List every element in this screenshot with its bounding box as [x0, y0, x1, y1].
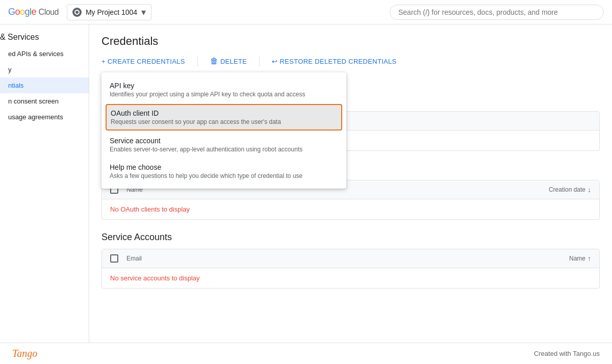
sidebar-item-usage[interactable]: usage agreements	[0, 109, 89, 125]
delete-label: DELETE	[220, 58, 247, 65]
main-layout: & Services ed APIs & services y ntials n…	[0, 24, 612, 343]
oauth-date-header[interactable]: Creation date ↓	[549, 186, 591, 194]
header: Google Cloud My Project 1004 ▾	[0, 0, 612, 24]
delete-icon: 🗑	[210, 57, 218, 66]
sidebar-item-enabled-apis[interactable]: ed APIs & services	[0, 46, 89, 62]
page-title: Credentials	[101, 35, 600, 48]
oauth-date-label: Creation date	[549, 186, 585, 193]
api-key-desc: Identifies your project using a simple A…	[110, 91, 338, 98]
help-choose-title: Help me choose	[110, 163, 338, 171]
logo-o1: o	[15, 7, 20, 17]
search-bar[interactable]	[390, 5, 604, 20]
create-credentials-dropdown: API key Identifies your project using a …	[101, 72, 346, 189]
restore-icon: ↩	[272, 58, 277, 65]
service-accounts-table: Email Name ↑ No service accounts to disp…	[101, 249, 600, 289]
footer-credit: Created with Tango.us	[534, 350, 600, 357]
sidebar-item-consent-screen[interactable]: n consent screen	[0, 93, 89, 109]
project-icon	[72, 8, 82, 17]
service-accounts-sort-icon: ↑	[588, 254, 591, 263]
toolbar: + CREATE CREDENTIALS 🗑 DELETE ↩ RESTORE …	[101, 56, 600, 66]
sidebar-item-credentials[interactable]: ntials	[0, 77, 89, 93]
search-input[interactable]	[398, 8, 595, 16]
service-account-title: Service account	[110, 137, 338, 145]
project-chevron-icon: ▾	[141, 7, 146, 18]
tango-brand: Tango	[12, 348, 37, 359]
oauth-empty-message: No OAuth clients to display	[102, 199, 599, 219]
sidebar-title: & Services	[0, 29, 89, 46]
logo-g2: g	[25, 7, 30, 17]
dropdown-overlay: API key Identifies your project using a …	[101, 72, 346, 189]
project-selector[interactable]: My Project 1004 ▾	[67, 4, 151, 20]
logo-e: e	[32, 7, 37, 17]
api-key-title: API key	[110, 82, 338, 90]
service-account-desc: Enables server-to-server, app-level auth…	[110, 146, 338, 153]
project-name: My Project 1004	[86, 8, 137, 16]
service-accounts-name-label: Name	[569, 255, 585, 262]
oauth-client-id-desc: Requests user consent so your app can ac…	[111, 118, 337, 125]
service-accounts-name-header[interactable]: Name ↑	[569, 254, 591, 263]
dropdown-item-api-key[interactable]: API key Identifies your project using a …	[101, 76, 346, 103]
service-accounts-select-all-checkbox[interactable]	[110, 254, 118, 263]
restore-credentials-button[interactable]: ↩ RESTORE DELETED CREDENTIALS	[272, 58, 396, 65]
dropdown-item-help-choose[interactable]: Help me choose Asks a few questions to h…	[101, 158, 346, 185]
logo-cloud: Cloud	[39, 8, 59, 16]
service-accounts-empty-message: No service accounts to display	[102, 268, 599, 288]
toolbar-divider-1	[197, 56, 198, 66]
help-choose-desc: Asks a few questions to help you decide …	[110, 172, 338, 179]
google-cloud-logo: Google Cloud	[8, 7, 59, 17]
sidebar: & Services ed APIs & services y ntials n…	[0, 24, 89, 343]
dropdown-item-oauth-client-id[interactable]: OAuth client ID Requests user consent so…	[106, 104, 342, 131]
service-accounts-section-title: Service Accounts	[101, 232, 600, 243]
project-dot-inner	[74, 10, 80, 15]
service-accounts-table-header: Email Name ↑	[102, 249, 599, 268]
toolbar-divider-2	[259, 56, 260, 66]
create-credentials-label: + CREATE CREDENTIALS	[101, 58, 185, 65]
service-accounts-email-header: Email	[126, 255, 561, 262]
sidebar-item-library[interactable]: y	[0, 62, 89, 77]
logo-g: G	[8, 7, 15, 17]
delete-button[interactable]: 🗑 DELETE	[210, 57, 247, 66]
dropdown-item-service-account[interactable]: Service account Enables server-to-server…	[101, 132, 346, 158]
oauth-sort-icon: ↓	[588, 186, 591, 194]
restore-label: RESTORE DELETED CREDENTIALS	[280, 58, 397, 65]
oauth-client-id-title: OAuth client ID	[111, 109, 337, 117]
main-content: Credentials + CREATE CREDENTIALS 🗑 DELET…	[89, 24, 612, 343]
footer: Tango Created with Tango.us	[0, 343, 612, 364]
logo-o2: o	[20, 7, 25, 17]
create-credentials-button[interactable]: + CREATE CREDENTIALS	[101, 58, 185, 65]
